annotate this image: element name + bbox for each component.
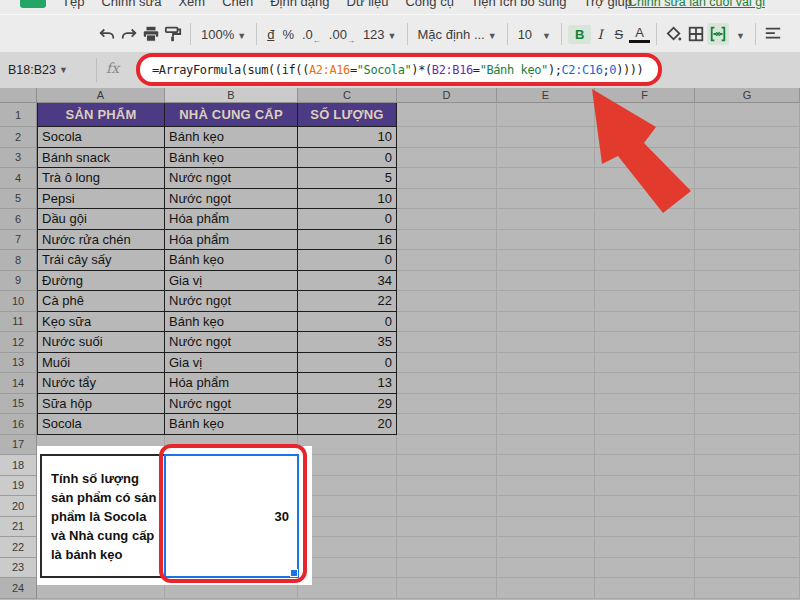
- cell-A16[interactable]: Socola: [37, 414, 165, 435]
- row-header-17[interactable]: 17: [0, 435, 37, 456]
- row-header-24[interactable]: 24: [0, 578, 37, 599]
- cell-F24[interactable]: [595, 578, 695, 599]
- cell-A14[interactable]: Nước tẩy: [37, 373, 165, 394]
- cell-G24[interactable]: [695, 578, 800, 599]
- cell-E11[interactable]: [497, 312, 595, 333]
- cell-E23[interactable]: [497, 558, 595, 579]
- row-header-5[interactable]: 5: [0, 189, 37, 210]
- more-formats-button[interactable]: 123▼: [359, 25, 401, 44]
- redo-icon[interactable]: [118, 23, 140, 45]
- strikethrough-button[interactable]: S: [609, 25, 630, 44]
- cell-D18[interactable]: [397, 455, 497, 476]
- cell-F3[interactable]: [595, 148, 695, 169]
- cell-D9[interactable]: [397, 271, 497, 292]
- cell-E1[interactable]: [497, 103, 595, 127]
- row-header-19[interactable]: 19: [0, 476, 37, 497]
- cell-E9[interactable]: [497, 271, 595, 292]
- cell-B16[interactable]: Bánh kẹo: [165, 414, 298, 435]
- cell-B1[interactable]: NHÀ CUNG CẤP: [165, 103, 298, 127]
- cell-D7[interactable]: [397, 230, 497, 251]
- fill-color-icon[interactable]: [663, 23, 685, 45]
- cell-G19[interactable]: [695, 476, 800, 497]
- cell-G13[interactable]: [695, 353, 800, 374]
- paint-format-icon[interactable]: [162, 23, 184, 45]
- cell-B13[interactable]: Gia vị: [165, 353, 298, 374]
- cell-C14[interactable]: 13: [298, 373, 397, 394]
- cell-F20[interactable]: [595, 496, 695, 517]
- cell-G14[interactable]: [695, 373, 800, 394]
- borders-icon[interactable]: [685, 23, 707, 45]
- cell-C11[interactable]: 0: [298, 312, 397, 333]
- cell-G22[interactable]: [695, 537, 800, 558]
- row-header-1[interactable]: 1: [0, 103, 37, 127]
- cell-C12[interactable]: 35: [298, 332, 397, 353]
- cell-E8[interactable]: [497, 250, 595, 271]
- row-header-13[interactable]: 13: [0, 353, 37, 374]
- row-header-16[interactable]: 16: [0, 414, 37, 435]
- menu-item-2[interactable]: Xem: [178, 0, 205, 9]
- cell-E5[interactable]: [497, 189, 595, 210]
- font-size-select[interactable]: 10▼: [514, 25, 555, 44]
- cell-E6[interactable]: [497, 209, 595, 230]
- cell-C21[interactable]: [298, 517, 397, 538]
- cell-G6[interactable]: [695, 209, 800, 230]
- cell-D24[interactable]: [397, 578, 497, 599]
- cell-F18[interactable]: [595, 455, 695, 476]
- cell-C8[interactable]: 0: [298, 250, 397, 271]
- cell-G1[interactable]: [695, 103, 800, 127]
- cell-C7[interactable]: 16: [298, 230, 397, 251]
- menu-item-0[interactable]: Tệp: [62, 0, 84, 9]
- cell-F15[interactable]: [595, 394, 695, 415]
- cell-E14[interactable]: [497, 373, 595, 394]
- cell-G5[interactable]: [695, 189, 800, 210]
- cell-B14[interactable]: Hóa phẩm: [165, 373, 298, 394]
- cell-B2[interactable]: Bánh kẹo: [165, 127, 298, 148]
- row-header-3[interactable]: 3: [0, 148, 37, 169]
- cell-A10[interactable]: Cà phê: [37, 291, 165, 312]
- cell-E3[interactable]: [497, 148, 595, 169]
- column-header-C[interactable]: C: [298, 88, 397, 103]
- cell-A1[interactable]: SẢN PHẨM: [37, 103, 165, 127]
- cell-B11[interactable]: Bánh kẹo: [165, 312, 298, 333]
- cell-G23[interactable]: [695, 558, 800, 579]
- cell-G3[interactable]: [695, 148, 800, 169]
- cell-C19[interactable]: [298, 476, 397, 497]
- cell-F6[interactable]: [595, 209, 695, 230]
- cell-E13[interactable]: [497, 353, 595, 374]
- select-all-corner[interactable]: [0, 88, 37, 103]
- cell-D15[interactable]: [397, 394, 497, 415]
- cell-E21[interactable]: [497, 517, 595, 538]
- column-header-D[interactable]: D: [397, 88, 497, 103]
- column-header-G[interactable]: G: [695, 88, 800, 103]
- cell-A11[interactable]: Kẹo sữa: [37, 312, 165, 333]
- increase-decimal-button[interactable]: .00→: [325, 25, 359, 44]
- cell-A15[interactable]: Sữa hộp: [37, 394, 165, 415]
- cell-A9[interactable]: Đường: [37, 271, 165, 292]
- currency-format-button[interactable]: đ: [263, 25, 278, 44]
- cell-G2[interactable]: [695, 127, 800, 148]
- cell-C22[interactable]: [298, 537, 397, 558]
- cell-E20[interactable]: [497, 496, 595, 517]
- cell-E2[interactable]: [497, 127, 595, 148]
- cell-D12[interactable]: [397, 332, 497, 353]
- column-header-A[interactable]: A: [37, 88, 165, 103]
- cell-D11[interactable]: [397, 312, 497, 333]
- cell-C16[interactable]: 20: [298, 414, 397, 435]
- cell-A5[interactable]: Pepsi: [37, 189, 165, 210]
- cell-E4[interactable]: [497, 168, 595, 189]
- cell-C13[interactable]: 0: [298, 353, 397, 374]
- merge-cells-icon[interactable]: [707, 23, 729, 45]
- row-header-4[interactable]: 4: [0, 168, 37, 189]
- cell-F7[interactable]: [595, 230, 695, 251]
- italic-button[interactable]: I: [591, 25, 608, 44]
- undo-icon[interactable]: [96, 23, 118, 45]
- menu-item-6[interactable]: Công cụ: [405, 0, 453, 9]
- zoom-select[interactable]: 100%▼: [197, 25, 250, 44]
- percent-format-button[interactable]: %: [278, 25, 298, 44]
- row-header-12[interactable]: 12: [0, 332, 37, 353]
- column-header-B[interactable]: B: [165, 88, 298, 103]
- cell-G11[interactable]: [695, 312, 800, 333]
- cell-A4[interactable]: Trà ô long: [37, 168, 165, 189]
- cell-C5[interactable]: 10: [298, 189, 397, 210]
- cell-F19[interactable]: [595, 476, 695, 497]
